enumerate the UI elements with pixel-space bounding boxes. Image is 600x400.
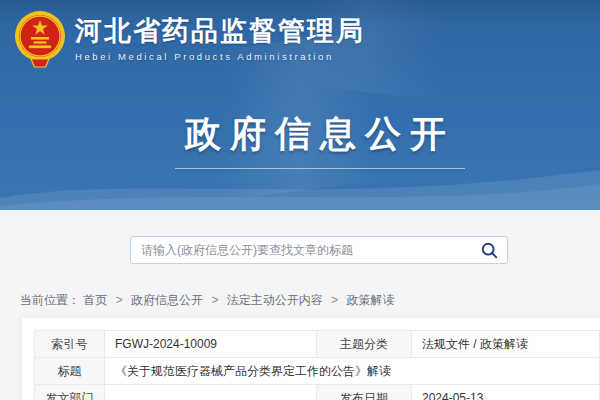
breadcrumb-label: 当前位置： [20, 293, 80, 307]
page-title: 政府信息公开 [20, 110, 600, 159]
table-row: 索引号 FGWJ-2024-10009 主题分类 法规文件 / 政策解读 [35, 331, 600, 358]
index-number-value: FGWJ-2024-10009 [105, 331, 317, 358]
agency-name-cn: 河北省药品监督管理局 [75, 16, 365, 47]
table-row: 标题 《关于规范医疗器械产品分类界定工作的公告》解读 [35, 358, 600, 385]
agency-name-block: 河北省药品监督管理局 Hebei Medical Products Admini… [75, 16, 365, 61]
breadcrumb-item-gov-info[interactable]: 政府信息公开 [131, 293, 203, 307]
search-box [130, 236, 508, 264]
search-button[interactable] [471, 237, 507, 263]
page: 河北省药品监督管理局 Hebei Medical Products Admini… [0, 0, 600, 400]
search-input[interactable] [131, 237, 471, 263]
content-card: 索引号 FGWJ-2024-10009 主题分类 法规文件 / 政策解读 标题 … [22, 318, 600, 400]
title-label: 标题 [35, 358, 105, 385]
breadcrumb-separator: > [211, 293, 218, 307]
breadcrumb-item-policy-interpretation[interactable]: 政策解读 [346, 293, 394, 307]
title-value: 《关于规范医疗器械产品分类界定工作的公告》解读 [105, 358, 600, 385]
publish-date-label: 发布日期 [317, 385, 412, 400]
agency-name-en: Hebei Medical Products Administration [75, 51, 365, 62]
breadcrumb-separator: > [116, 293, 123, 307]
site-header: 河北省药品监督管理局 Hebei Medical Products Admini… [14, 9, 365, 69]
search-icon [481, 242, 498, 259]
title-underline [175, 168, 465, 169]
top-banner: 河北省药品监督管理局 Hebei Medical Products Admini… [0, 0, 600, 210]
issuing-department-label: 发文部门 [35, 385, 105, 400]
topic-category-label: 主题分类 [317, 331, 412, 358]
banner-wave-decoration [0, 164, 600, 210]
topic-category-value: 法规文件 / 政策解读 [412, 331, 600, 358]
breadcrumb-item-home[interactable]: 首页 [83, 293, 107, 307]
national-emblem-icon [14, 9, 66, 69]
issuing-department-value [105, 385, 317, 400]
breadcrumb-separator: > [331, 293, 338, 307]
breadcrumb-item-statutory-disclosure[interactable]: 法定主动公开内容 [227, 293, 323, 307]
document-info-table: 索引号 FGWJ-2024-10009 主题分类 法规文件 / 政策解读 标题 … [34, 330, 600, 400]
breadcrumb: 当前位置： 首页 > 政府信息公开 > 法定主动公开内容 > 政策解读 [20, 292, 394, 309]
table-row: 发文部门 发布日期 2024-05-13 [35, 385, 600, 400]
publish-date-value: 2024-05-13 [412, 385, 600, 400]
index-number-label: 索引号 [35, 331, 105, 358]
